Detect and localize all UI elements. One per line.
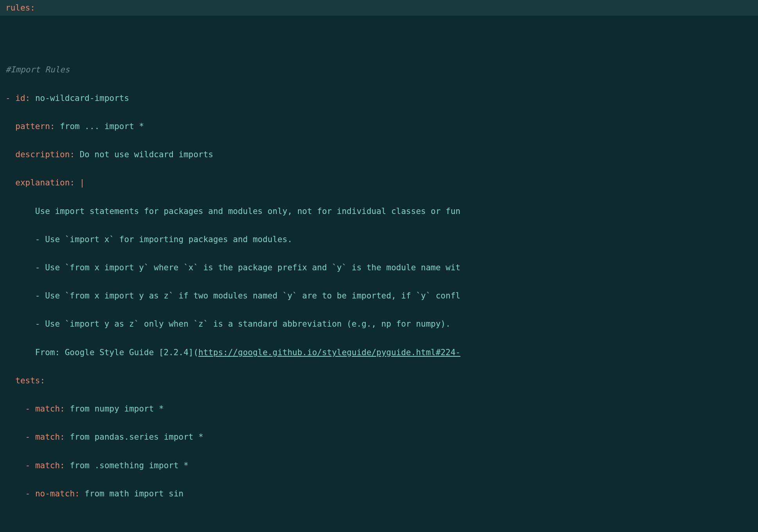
test-item: - match: from .something import *	[5, 458, 753, 473]
yaml-key-match: match	[35, 404, 60, 413]
list-dash: -	[25, 432, 31, 442]
explanation-text: - Use `import y as z` only when `z` is a…	[5, 317, 753, 331]
tests-line: tests:	[5, 374, 753, 388]
text: - Use `from x import y` where `x` is the…	[35, 263, 460, 272]
text: - Use `import x` for importing packages …	[35, 235, 292, 244]
yaml-key-explanation: explanation	[15, 178, 70, 187]
blank-line	[5, 515, 753, 529]
yaml-key-pattern: pattern	[15, 122, 50, 131]
yaml-key-match: match	[35, 432, 60, 442]
yaml-value: no-wildcard-imports	[35, 93, 129, 103]
url-link[interactable]: https://google.github.io/styleguide/pygu…	[198, 348, 460, 357]
description-line: description: Do not use wildcard imports	[5, 147, 753, 162]
yaml-value: from ... import *	[60, 122, 144, 131]
comment-line: #Import Rules	[5, 63, 753, 77]
explanation-text: From: Google Style Guide [2.2.4](https:/…	[5, 345, 753, 359]
test-item: - match: from pandas.series import *	[5, 430, 753, 444]
yaml-value: from numpy import *	[70, 404, 163, 413]
yaml-value: from pandas.series import *	[70, 432, 203, 442]
list-dash: -	[25, 489, 31, 498]
yaml-value: from .something import *	[70, 461, 188, 470]
explanation-text: - Use `import x` for importing packages …	[5, 232, 753, 246]
yaml-key-description: description	[15, 150, 70, 159]
yaml-key-id: id	[15, 93, 25, 103]
yaml-key-tests: tests	[15, 376, 40, 385]
list-dash: -	[25, 404, 31, 413]
text: From: Google Style Guide [2.2.4](	[35, 348, 198, 357]
yaml-value: from math import sin	[84, 489, 183, 498]
explanation-line: explanation: |	[5, 176, 753, 190]
text: - Use `from x import y as z` if two modu…	[35, 291, 460, 300]
list-dash: -	[25, 461, 31, 470]
current-line-highlight: rules:	[0, 0, 758, 16]
yaml-key-nomatch: no-match	[35, 489, 75, 498]
yaml-key-rules: rules	[5, 3, 30, 13]
comment-text: #Import Rules	[5, 65, 70, 74]
blank-line	[5, 34, 753, 49]
colon: :	[30, 3, 35, 13]
yaml-key-match: match	[35, 461, 60, 470]
yaml-pipe: |	[80, 178, 85, 187]
code-editor-content[interactable]: #Import Rules - id: no-wildcard-imports …	[0, 18, 758, 532]
rule-id-line: - id: no-wildcard-imports	[5, 91, 753, 105]
list-dash: -	[5, 93, 11, 103]
explanation-text: - Use `from x import y as z` if two modu…	[5, 289, 753, 303]
pattern-line: pattern: from ... import *	[5, 119, 753, 133]
text: Use import statements for packages and m…	[35, 207, 460, 216]
explanation-text: - Use `from x import y` where `x` is the…	[5, 261, 753, 275]
test-item: - no-match: from math import sin	[5, 487, 753, 501]
test-item: - match: from numpy import *	[5, 402, 753, 416]
text: - Use `import y as z` only when `z` is a…	[35, 319, 451, 329]
yaml-value: Do not use wildcard imports	[80, 150, 213, 159]
explanation-text: Use import statements for packages and m…	[5, 204, 753, 218]
